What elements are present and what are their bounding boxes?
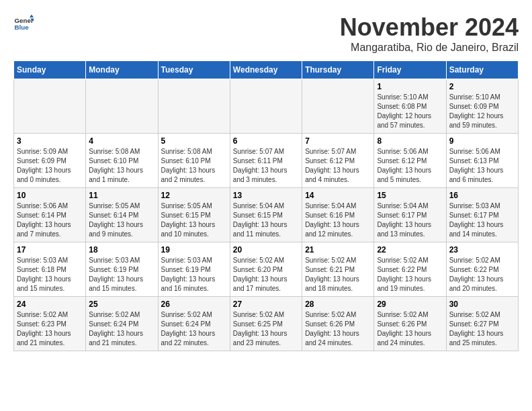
day-number: 9 — [449, 136, 515, 146]
day-info: Sunrise: 5:05 AMSunset: 6:14 PMDaylight:… — [89, 201, 154, 239]
svg-text:General: General — [15, 17, 34, 24]
calendar-cell: 1Sunrise: 5:10 AMSunset: 6:08 PMDaylight… — [374, 79, 446, 134]
day-number: 10 — [17, 191, 83, 200]
day-info: Sunrise: 5:05 AMSunset: 6:15 PMDaylight:… — [161, 201, 227, 239]
calendar-cell: 3Sunrise: 5:09 AMSunset: 6:09 PMDaylight… — [14, 134, 86, 188]
day-number: 28 — [305, 300, 371, 309]
calendar-week-1: 3Sunrise: 5:09 AMSunset: 6:09 PMDaylight… — [14, 134, 519, 188]
calendar-cell: 9Sunrise: 5:06 AMSunset: 6:13 PMDaylight… — [446, 134, 518, 188]
header-friday: Friday — [374, 61, 446, 79]
day-info: Sunrise: 5:10 AMSunset: 6:08 PMDaylight:… — [377, 93, 443, 130]
day-info: Sunrise: 5:02 AMSunset: 6:22 PMDaylight:… — [449, 256, 515, 293]
day-number: 23 — [449, 245, 515, 255]
day-number: 24 — [17, 300, 83, 309]
day-number: 8 — [377, 136, 443, 146]
calendar-week-0: 1Sunrise: 5:10 AMSunset: 6:08 PMDaylight… — [14, 79, 519, 134]
day-info: Sunrise: 5:08 AMSunset: 6:10 PMDaylight:… — [161, 147, 227, 185]
day-info: Sunrise: 5:04 AMSunset: 6:16 PMDaylight:… — [305, 201, 371, 239]
calendar-cell — [158, 79, 230, 134]
day-info: Sunrise: 5:02 AMSunset: 6:26 PMDaylight:… — [377, 310, 443, 348]
day-info: Sunrise: 5:03 AMSunset: 6:19 PMDaylight:… — [161, 256, 227, 293]
calendar-cell: 5Sunrise: 5:08 AMSunset: 6:10 PMDaylight… — [158, 134, 230, 188]
svg-marker-2 — [30, 15, 34, 18]
day-number: 4 — [89, 136, 154, 146]
day-number: 15 — [377, 191, 443, 200]
header-tuesday: Tuesday — [158, 61, 230, 79]
day-number: 3 — [17, 136, 83, 146]
calendar-cell: 14Sunrise: 5:04 AMSunset: 6:16 PMDayligh… — [302, 188, 374, 242]
calendar-cell: 10Sunrise: 5:06 AMSunset: 6:14 PMDayligh… — [14, 188, 86, 242]
header-saturday: Saturday — [446, 61, 518, 79]
day-number: 21 — [305, 245, 371, 255]
day-info: Sunrise: 5:06 AMSunset: 6:13 PMDaylight:… — [449, 147, 515, 185]
day-info: Sunrise: 5:02 AMSunset: 6:23 PMDaylight:… — [17, 310, 83, 348]
day-info: Sunrise: 5:07 AMSunset: 6:12 PMDaylight:… — [305, 147, 371, 185]
day-info: Sunrise: 5:02 AMSunset: 6:26 PMDaylight:… — [305, 310, 371, 348]
calendar-cell: 17Sunrise: 5:03 AMSunset: 6:18 PMDayligh… — [14, 242, 86, 297]
location-title: Mangaratiba, Rio de Janeiro, Brazil — [340, 42, 519, 54]
day-info: Sunrise: 5:06 AMSunset: 6:14 PMDaylight:… — [17, 201, 83, 239]
calendar-cell: 4Sunrise: 5:08 AMSunset: 6:10 PMDaylight… — [86, 134, 158, 188]
day-info: Sunrise: 5:06 AMSunset: 6:12 PMDaylight:… — [377, 147, 443, 185]
day-number: 19 — [161, 245, 227, 255]
day-number: 14 — [305, 191, 371, 200]
day-info: Sunrise: 5:03 AMSunset: 6:18 PMDaylight:… — [17, 256, 83, 293]
page-header: General Blue November 2024 Mangaratiba, … — [13, 13, 519, 54]
calendar-cell: 7Sunrise: 5:07 AMSunset: 6:12 PMDaylight… — [302, 134, 374, 188]
calendar-cell: 22Sunrise: 5:02 AMSunset: 6:22 PMDayligh… — [374, 242, 446, 297]
day-number: 22 — [377, 245, 443, 255]
calendar-table: Sunday Monday Tuesday Wednesday Thursday… — [13, 60, 519, 351]
calendar-body: 1Sunrise: 5:10 AMSunset: 6:08 PMDaylight… — [14, 79, 519, 351]
day-number: 16 — [449, 191, 515, 200]
day-number: 5 — [161, 136, 227, 146]
calendar-cell: 16Sunrise: 5:03 AMSunset: 6:17 PMDayligh… — [446, 188, 518, 242]
header-monday: Monday — [86, 61, 158, 79]
day-number: 18 — [89, 245, 154, 255]
day-number: 11 — [89, 191, 154, 200]
day-info: Sunrise: 5:02 AMSunset: 6:24 PMDaylight:… — [161, 310, 227, 348]
calendar-cell: 27Sunrise: 5:02 AMSunset: 6:25 PMDayligh… — [230, 297, 302, 351]
day-number: 1 — [377, 82, 443, 91]
calendar-cell: 19Sunrise: 5:03 AMSunset: 6:19 PMDayligh… — [158, 242, 230, 297]
calendar-cell: 30Sunrise: 5:02 AMSunset: 6:27 PMDayligh… — [446, 297, 518, 351]
calendar-week-2: 10Sunrise: 5:06 AMSunset: 6:14 PMDayligh… — [14, 188, 519, 242]
day-number: 13 — [233, 191, 299, 200]
calendar-week-3: 17Sunrise: 5:03 AMSunset: 6:18 PMDayligh… — [14, 242, 519, 297]
calendar-week-4: 24Sunrise: 5:02 AMSunset: 6:23 PMDayligh… — [14, 297, 519, 351]
day-info: Sunrise: 5:02 AMSunset: 6:22 PMDaylight:… — [377, 256, 443, 293]
header-sunday: Sunday — [14, 61, 86, 79]
calendar-cell: 23Sunrise: 5:02 AMSunset: 6:22 PMDayligh… — [446, 242, 518, 297]
day-info: Sunrise: 5:02 AMSunset: 6:25 PMDaylight:… — [233, 310, 299, 348]
day-info: Sunrise: 5:02 AMSunset: 6:27 PMDaylight:… — [449, 310, 515, 348]
header-thursday: Thursday — [302, 61, 374, 79]
header-row: Sunday Monday Tuesday Wednesday Thursday… — [14, 61, 519, 79]
calendar-cell: 25Sunrise: 5:02 AMSunset: 6:24 PMDayligh… — [86, 297, 158, 351]
day-number: 26 — [161, 300, 227, 309]
calendar-cell: 21Sunrise: 5:02 AMSunset: 6:21 PMDayligh… — [302, 242, 374, 297]
day-number: 20 — [233, 245, 299, 255]
calendar-cell: 24Sunrise: 5:02 AMSunset: 6:23 PMDayligh… — [14, 297, 86, 351]
day-number: 25 — [89, 300, 154, 309]
day-number: 30 — [449, 300, 515, 309]
day-number: 29 — [377, 300, 443, 309]
calendar-cell: 6Sunrise: 5:07 AMSunset: 6:11 PMDaylight… — [230, 134, 302, 188]
day-number: 17 — [17, 245, 83, 255]
calendar-cell — [14, 79, 86, 134]
calendar-cell: 8Sunrise: 5:06 AMSunset: 6:12 PMDaylight… — [374, 134, 446, 188]
svg-text:Blue: Blue — [15, 24, 30, 31]
month-title: November 2024 — [340, 13, 519, 42]
day-info: Sunrise: 5:04 AMSunset: 6:17 PMDaylight:… — [377, 201, 443, 239]
day-info: Sunrise: 5:07 AMSunset: 6:11 PMDaylight:… — [233, 147, 299, 185]
calendar-cell: 26Sunrise: 5:02 AMSunset: 6:24 PMDayligh… — [158, 297, 230, 351]
calendar-cell: 29Sunrise: 5:02 AMSunset: 6:26 PMDayligh… — [374, 297, 446, 351]
calendar-cell — [86, 79, 158, 134]
calendar-cell — [230, 79, 302, 134]
day-info: Sunrise: 5:03 AMSunset: 6:17 PMDaylight:… — [449, 201, 515, 239]
title-area: November 2024 Mangaratiba, Rio de Janeir… — [340, 13, 519, 54]
calendar-cell: 20Sunrise: 5:02 AMSunset: 6:20 PMDayligh… — [230, 242, 302, 297]
day-number: 7 — [305, 136, 371, 146]
day-info: Sunrise: 5:08 AMSunset: 6:10 PMDaylight:… — [89, 147, 154, 185]
day-number: 2 — [449, 82, 515, 91]
calendar-cell: 28Sunrise: 5:02 AMSunset: 6:26 PMDayligh… — [302, 297, 374, 351]
calendar-cell: 15Sunrise: 5:04 AMSunset: 6:17 PMDayligh… — [374, 188, 446, 242]
